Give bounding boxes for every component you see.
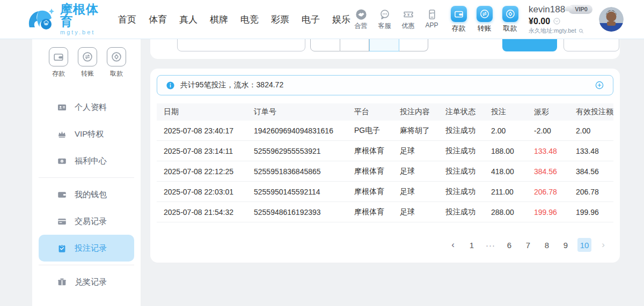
nav-item-1[interactable]: 首页	[117, 11, 137, 28]
sidebar-divider	[39, 177, 134, 178]
vip-icon	[56, 129, 67, 139]
cell-platform: 摩根体育	[347, 182, 393, 202]
sidebar-item-welfare[interactable]: 福利中心	[32, 147, 141, 174]
transactions-icon	[56, 217, 67, 227]
bet-table: 日期订单号平台投注内容注单状态投注派彩有效投注额 2025-07-08 23:4…	[157, 103, 613, 222]
cell-order: 5255951836845865	[247, 161, 347, 182]
sidebar-item-transactions-label: 交易记录	[75, 217, 107, 227]
filter-date-input[interactable]	[177, 39, 305, 51]
utility-app-label: APP	[422, 21, 441, 29]
app-icon: APP	[422, 9, 441, 20]
nav-item-7[interactable]: 电子	[301, 11, 321, 28]
withdraw-button[interactable]: 取款	[500, 6, 520, 33]
page-prev-button[interactable]: ‹	[446, 238, 460, 252]
transfer-icon	[78, 47, 97, 66]
cell-bet: 418.00	[484, 161, 527, 182]
withdraw-icon	[107, 47, 126, 66]
sidebar-item-vip[interactable]: VIP特权	[32, 121, 141, 147]
filter-range-option-3-selected[interactable]	[369, 39, 399, 51]
site-address: 永久地址:mgty.bet	[529, 27, 576, 34]
balance-dropdown-icon[interactable]	[553, 17, 561, 25]
sidebar: 存款转账取款 个人资料VIP特权福利中心我的钱包交易记录投注记录兑奖记录	[32, 39, 141, 306]
filter-reset-button[interactable]	[564, 39, 619, 51]
filter-range-option-4[interactable]	[399, 39, 429, 51]
page-6[interactable]: 6	[502, 238, 516, 252]
cell-content: 足球	[393, 141, 438, 161]
page-7[interactable]: 7	[521, 238, 535, 252]
transfer-button[interactable]: 转账	[474, 6, 494, 33]
utility-coupon[interactable]: ¥优惠	[399, 9, 418, 31]
summary-text: 共计95笔投注，流水：3824.72	[180, 80, 283, 90]
cell-payout: 199.96	[527, 202, 569, 222]
sidebar-quick-deposit[interactable]: 存款	[45, 47, 72, 78]
svg-text:¥: ¥	[407, 12, 410, 17]
sidebar-item-welfare-label: 福利中心	[75, 156, 107, 166]
cell-order: 5255962955553921	[247, 141, 347, 161]
nav-item-4[interactable]: 棋牌	[209, 11, 229, 28]
col-header-content: 投注内容	[393, 103, 438, 121]
brand-logo[interactable]: 摩根体育 mgty.bet	[27, 3, 107, 35]
brand-text: 摩根体育 mgty.bet	[60, 3, 107, 35]
page-1[interactable]: 1	[465, 238, 479, 252]
page-9[interactable]: 9	[559, 238, 573, 252]
utility-support-label: 客服	[375, 21, 394, 31]
bets-icon	[56, 243, 67, 253]
cell-bet: 288.00	[484, 202, 527, 222]
cell-valid: 2.00	[569, 121, 613, 141]
col-header-status: 注单状态	[438, 103, 484, 121]
nav-item-8[interactable]: 娱乐	[331, 11, 352, 28]
sidebar-item-profile[interactable]: 个人资料	[32, 94, 141, 121]
utility-partnership[interactable]: 合营	[352, 9, 370, 31]
avatar[interactable]	[599, 7, 624, 32]
utility-support[interactable]: 客服	[375, 9, 394, 31]
sidebar-item-bets[interactable]: 投注记录	[39, 235, 134, 262]
cell-bet: 211.00	[484, 182, 527, 202]
cell-status: 投注成功	[438, 161, 484, 182]
summary-banner: 共计95笔投注，流水：3824.72	[157, 75, 613, 95]
svg-text:APP: APP	[429, 11, 434, 14]
pagination: ‹1···678910›	[446, 238, 610, 252]
deposit-button[interactable]: 存款	[449, 6, 469, 33]
user-block: kevin188 VIP0 ¥0.00 永久地址:mgty.bet	[529, 4, 592, 35]
sidebar-quick-withdraw[interactable]: 取款	[103, 47, 130, 78]
cell-status: 投注成功	[438, 121, 484, 141]
sidebar-item-transactions[interactable]: 交易记录	[32, 208, 141, 235]
utility-icon-group: 合营客服¥优惠APPAPP	[352, 9, 441, 31]
nav-item-2[interactable]: 体育	[148, 11, 168, 28]
sidebar-quick-deposit-label: 存款	[45, 69, 72, 78]
profile-icon	[56, 102, 67, 113]
cell-valid: 133.48	[569, 141, 613, 161]
cell-payout: 206.78	[527, 182, 569, 202]
cell-valid: 206.78	[569, 182, 613, 202]
filter-range-option-2[interactable]	[340, 39, 370, 51]
page-next-button[interactable]: ›	[596, 238, 610, 252]
nav-item-6[interactable]: 彩票	[270, 11, 290, 28]
transfer-icon	[477, 6, 493, 22]
cell-bet: 2.00	[484, 121, 527, 141]
filter-search-button[interactable]	[502, 39, 557, 51]
filter-range-option-1[interactable]	[310, 39, 340, 51]
cell-date: 2025-07-08 23:40:17	[157, 121, 247, 141]
nav-item-5[interactable]: 电竞	[239, 11, 260, 28]
sidebar-item-prize[interactable]: 兑奖记录	[32, 268, 141, 295]
expand-plus-icon[interactable]	[595, 80, 604, 90]
magnifier-icon[interactable]	[578, 28, 584, 34]
utility-app[interactable]: APPAPP	[422, 9, 441, 31]
col-header-bet: 投注	[484, 103, 527, 121]
sidebar-quick-transfer[interactable]: 转账	[74, 47, 101, 78]
filter-bar	[150, 39, 620, 59]
sidebar-item-prize-label: 兑奖记录	[75, 277, 107, 287]
page-10[interactable]: 10	[577, 238, 591, 252]
nav-item-3[interactable]: 真人	[178, 11, 199, 28]
transfer-label: 转账	[474, 24, 494, 33]
table-header-row: 日期订单号平台投注内容注单状态投注派彩有效投注额	[157, 103, 613, 121]
table-row: 2025-07-08 21:54:325255948616192393摩根体育足…	[157, 202, 613, 222]
cell-platform: 摩根体育	[347, 141, 393, 161]
cell-date: 2025-07-08 21:54:32	[157, 202, 247, 222]
bet-records-card: 共计95笔投注，流水：3824.72 日期订单号平台投注内容注单状态投注派彩有效…	[150, 69, 620, 263]
sidebar-item-wallet[interactable]: 我的钱包	[32, 181, 141, 208]
sidebar-menu: 个人资料VIP特权福利中心我的钱包交易记录投注记录兑奖记录	[32, 94, 141, 295]
page-8[interactable]: 8	[540, 238, 554, 252]
sidebar-quick-actions: 存款转账取款	[32, 39, 141, 78]
user-balance: ¥0.00	[529, 16, 550, 26]
